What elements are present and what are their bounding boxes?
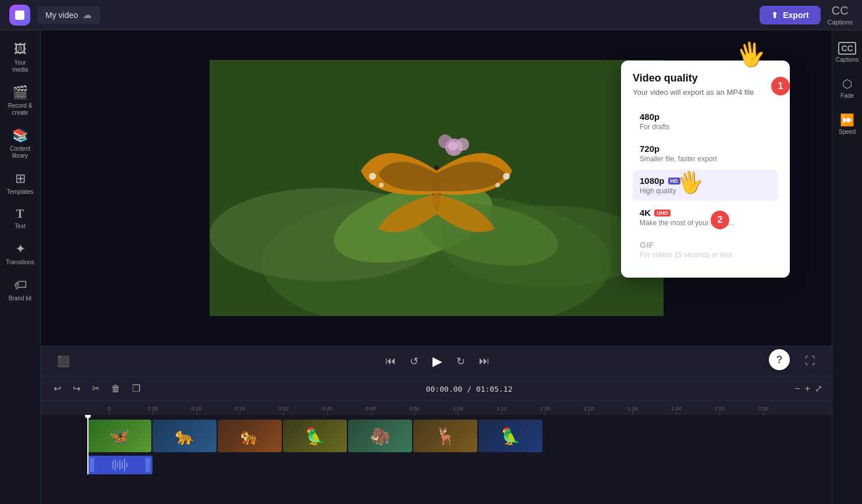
right-sidebar-label-fade: Fade [840,93,854,99]
zoom-in-button[interactable]: + [805,384,810,394]
clip-thumb-6[interactable]: 🦌 [413,420,477,452]
clip-thumb-4[interactable]: 🦜 [283,420,347,452]
quality-option-1080p-header: 1080p HD [640,176,771,186]
clip-thumb-3[interactable]: 🐅 [218,420,282,452]
video-title-text: My video [45,10,78,20]
quality-option-720p-header: 720p [640,144,771,154]
clip-thumb-7[interactable]: 🦜 [478,420,542,452]
topbar-right: ⬆ Export CC Captions [760,4,853,26]
quality-name-720p: 720p [640,144,659,154]
audio-track[interactable] [87,456,152,474]
export-button[interactable]: ⬆ Export [760,6,820,24]
sidebar-item-text[interactable]: T Text [2,203,38,235]
fade-icon: ⬡ [842,77,852,91]
skip-forward-button[interactable]: ⏭ [477,353,492,370]
sidebar-item-content-library[interactable]: 📚 Content library [2,123,38,164]
ruler-mark-11: 1:28 [567,406,611,415]
quality-desc-gif: For videos 15 seconds or less [640,251,771,259]
sidebar-item-label-record-create: Record & create [6,102,35,116]
templates-icon: ⊞ [15,171,26,186]
sidebar-item-label-text: Text [15,223,25,230]
timeline-tools: ↩ ↪ ✂ 🗑 ❐ [50,381,144,396]
skip-back-button[interactable]: ⏮ [383,353,398,370]
play-pause-button[interactable]: ▶ [430,352,445,371]
app-logo-inner [15,10,24,20]
right-sidebar-item-captions[interactable]: CC Captions [834,37,861,68]
ruler-mark-4: 0:32 [262,406,306,415]
timeline-area: ↩ ↪ ✂ 🗑 ❐ 00:00.00 / 01:05.12 − + ⤢ [41,376,832,504]
video-title-tab[interactable]: My video ☁ [37,6,100,24]
ruler-mark-5: 0:40 [306,406,349,415]
sidebar-item-templates[interactable]: ⊞ Templates [2,166,38,200]
svg-point-10 [495,183,500,187]
duplicate-button[interactable]: ❐ [129,381,144,396]
quality-desc-4k: Make the most of your 4K ca... [640,219,771,227]
cloud-icon: ☁ [83,9,92,20]
captions-button[interactable]: CC Captions [828,4,853,26]
right-captions-icon: CC [838,42,856,55]
audio-handle-right[interactable] [146,458,150,472]
quality-option-720p[interactable]: 720p Smaller file, faster export [633,138,778,169]
clip-thumb-2[interactable]: 🐆 [152,420,217,452]
right-sidebar-item-speed[interactable]: ⏩ Speed [834,108,861,140]
sidebar-item-label-content-library: Content library [6,145,35,159]
quality-option-gif: GIF For videos 15 seconds or less [633,234,778,265]
export-label: Export [783,10,808,20]
right-sidebar-item-fade[interactable]: ⬡ Fade [834,72,861,104]
fullscreen-button[interactable]: ⛶ [803,353,818,370]
quality-option-1080p[interactable]: 1080p HD High quality [633,170,778,201]
video-track: 🦋 🐆 🐅 🦜 🦣 🦌 [87,420,832,452]
help-button[interactable]: ? [769,349,790,370]
fit-timeline-button[interactable]: ⤢ [815,383,822,394]
delete-button[interactable]: 🗑 [108,381,124,396]
timeline-playhead[interactable] [87,415,88,474]
your-media-icon: 🖼 [14,42,27,57]
clip-thumb-5-content: 🦣 [348,420,412,452]
left-sidebar: 🖼 Your media 🎬 Record & create 📚 Content… [0,30,41,504]
redo-button[interactable]: ↪ [69,381,84,396]
svg-point-7 [369,173,376,180]
sidebar-item-transitions[interactable]: ✦ Transitions [2,237,38,271]
quality-option-480p[interactable]: 480p For drafts [633,106,778,137]
sidebar-item-brand-kit[interactable]: 🏷 Brand kit [2,273,38,307]
playhead-dot [85,415,91,418]
timeline-toolbar: ↩ ↪ ✂ 🗑 ❐ 00:00.00 / 01:05.12 − + ⤢ [41,377,832,401]
sidebar-item-record-create[interactable]: 🎬 Record & create [2,80,38,121]
ruler-marks-container: 0 0:08 0:16 0:24 0:32 0:40 0:48 0:56 1:0… [87,401,785,415]
right-sidebar: CC Captions ⬡ Fade ⏩ Speed › [832,30,862,504]
audio-track-container [87,456,152,474]
clip-thumb-4-content: 🦜 [283,420,347,452]
record-create-icon: 🎬 [12,85,28,100]
rewind-5-button[interactable]: ↺ [407,353,421,370]
captions-icon: CC [832,4,849,17]
ruler-mark-7: 0:56 [393,406,437,415]
control-right: ⛶ [803,353,818,370]
undo-button[interactable]: ↩ [50,381,65,396]
quality-option-gif-header: GIF [640,240,771,250]
sidebar-item-your-media[interactable]: 🖼 Your media [2,37,38,78]
forward-5-button[interactable]: ↻ [454,353,467,370]
sidebar-item-label-your-media: Your media [6,59,35,73]
quality-name-1080p: 1080p [640,176,665,186]
topbar-left: My video ☁ [9,5,100,26]
clip-thumb-5[interactable]: 🦣 [348,420,412,452]
quality-dropdown-title: Video quality [633,72,778,84]
center-area: ⬛ ⏮ ↺ ▶ ↻ ⏭ ⛶ ↩ ↪ ✂ 🗑 ❐ [41,30,832,504]
quality-desc-1080p: High quality [640,187,771,195]
cut-button[interactable]: ✂ [88,381,103,396]
quality-option-4k[interactable]: 4K UHD Make the most of your 4K ca... [633,202,778,233]
app-logo[interactable] [9,5,30,26]
clip-thumb-6-content: 🦌 [413,420,477,452]
ruler-mark-3: 0:24 [218,406,262,415]
transitions-icon: ✦ [15,242,26,257]
subtitles-button[interactable]: ⬛ [55,353,72,370]
right-sidebar-label-captions: Captions [836,56,859,63]
audio-handle-left[interactable] [90,458,94,472]
clip-thumb-1[interactable]: 🦋 [87,420,151,452]
svg-point-14 [448,141,457,151]
zoom-out-button[interactable]: − [794,384,800,394]
quality-dropdown-panel: Video quality Your video will export as … [621,61,790,278]
timeline-zoom-controls: − + ⤢ [794,383,822,394]
quality-desc-720p: Smaller file, faster export [640,155,771,163]
timeline-timestamp-display: 00:00.00 / 01:05.12 [426,384,513,394]
